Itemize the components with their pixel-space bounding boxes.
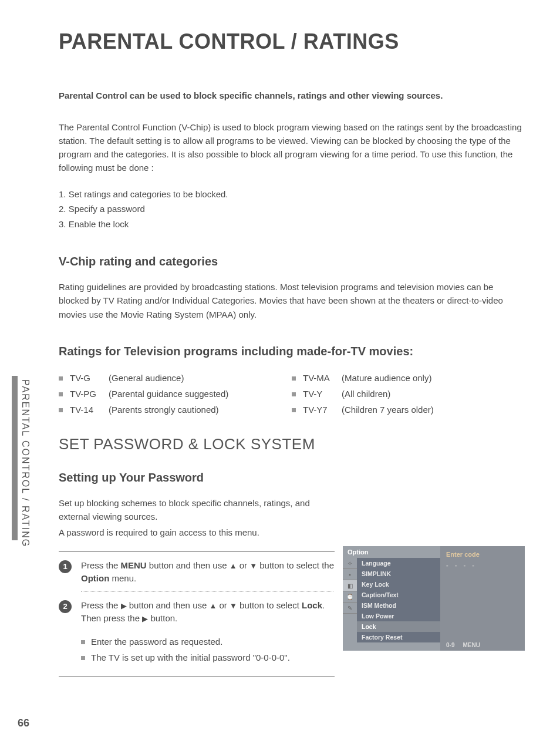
text-fragment: Press the <box>81 560 121 570</box>
rating-code: TV-14 <box>70 402 105 418</box>
osd-hint-09: 0-9 <box>446 642 454 648</box>
side-tab-edge <box>12 376 18 540</box>
side-tab-label: PARENTAL CONTROL / RATING <box>18 376 32 551</box>
instruction-step-2: 2 Press the ▶ button and then use ▲ or ▼… <box>59 599 335 625</box>
menu-button-label: MENU <box>121 560 147 570</box>
rating-desc: (General audience) <box>109 370 184 386</box>
osd-item: Language <box>357 558 440 568</box>
osd-item: Low Power <box>357 611 440 621</box>
setup-steps: 1. Set ratings and categories to be bloc… <box>59 187 525 232</box>
rating-desc: (Parents strongly cautioned) <box>109 402 219 418</box>
osd-code-dashes: - - - - <box>446 561 519 568</box>
step-3: 3. Enable the lock <box>59 217 525 232</box>
bullet-icon <box>292 376 296 381</box>
osd-tab-icon: ▪ <box>343 569 357 580</box>
bullet-icon <box>292 392 296 396</box>
text-fragment: Press the <box>81 600 121 610</box>
step-2-text: Press the ▶ button and then use ▲ or ▼ b… <box>81 599 335 625</box>
osd-footer-right: 0-9 MENU <box>446 640 519 648</box>
heading-setting-password: Setting up Your Password <box>59 471 525 484</box>
osd-item: SIMPLINK <box>357 568 440 579</box>
ratings-col-left: TV-G(General audience) TV-PG(Parental gu… <box>59 370 292 418</box>
divider <box>59 551 335 552</box>
osd-tab-icon: ✎ <box>343 603 357 614</box>
osd-icon-column: ✧ ▪ ◧ ⌚ ✎ <box>343 558 357 642</box>
up-arrow-icon: ▲ <box>230 561 237 570</box>
rating-desc: (Mature audience only) <box>342 370 431 386</box>
osd-item: Caption/Text <box>357 590 440 600</box>
bullet-icon <box>59 376 63 381</box>
step-1: 1. Set ratings and categories to be bloc… <box>59 187 525 202</box>
vchip-paragraph: Rating guidelines are provided by broadc… <box>59 280 525 321</box>
osd-item-selected: Lock <box>357 621 440 632</box>
rating-code: TV-Y7 <box>303 402 338 418</box>
text-fragment: or <box>237 560 250 570</box>
page-number: 66 <box>18 717 29 729</box>
text-fragment: menu. <box>109 573 136 583</box>
page-title: PARENTAL CONTROL / RATINGS <box>59 29 525 54</box>
rating-desc: (All children) <box>342 386 390 402</box>
step-2-notes: Enter the password as requested. The TV … <box>81 634 333 665</box>
up-arrow-icon: ▲ <box>209 601 217 610</box>
heading-tv-ratings: Ratings for Television programs includin… <box>59 345 525 358</box>
manual-page: PARENTAL CONTROL / RATING PARENTAL CONTR… <box>0 0 560 747</box>
bullet-icon <box>59 408 63 412</box>
note-item: The TV is set up with the initial passwo… <box>81 650 333 665</box>
ratings-col-right: TV-MA(Mature audience only) TV-Y(All chi… <box>292 370 525 418</box>
intro-bold: Parental Control can be used to block sp… <box>59 89 525 103</box>
lock-label: Lock <box>302 600 322 610</box>
note-item: Enter the password as requested. <box>81 634 333 650</box>
text-fragment: or <box>217 600 230 610</box>
dotted-divider <box>81 591 333 592</box>
text-fragment: button to select the <box>257 560 334 570</box>
step-2: 2. Specify a password <box>59 201 525 217</box>
step-badge-1: 1 <box>59 560 72 573</box>
osd-tab-icon: ✧ <box>343 558 357 569</box>
step-badge-2: 2 <box>59 600 72 613</box>
down-arrow-icon: ▼ <box>249 561 257 570</box>
osd-header: Option <box>343 546 440 558</box>
heading-set-password: SET PASSWORD & LOCK SYSTEM <box>59 435 525 453</box>
bullet-icon <box>81 656 85 660</box>
rating-code: TV-PG <box>70 386 105 402</box>
osd-item: Key Lock <box>357 579 440 590</box>
list-item: TV-MA(Mature audience only) <box>292 370 525 386</box>
osd-tab-icon: ◧ <box>343 580 357 591</box>
osd-enter-code-label: Enter code <box>446 551 519 558</box>
osd-hint-menu: MENU <box>463 642 480 648</box>
bullet-icon <box>59 392 63 396</box>
list-item: TV-Y7(Children 7 years older) <box>292 402 525 418</box>
osd-screenshot: Option ✧ ▪ ◧ ⌚ ✎ Language SIMPLINK Key L… <box>343 546 525 651</box>
intro-paragraph: The Parental Control Function (V-Chip) i… <box>59 120 525 175</box>
down-arrow-icon: ▼ <box>230 601 237 610</box>
right-arrow-icon: ▶ <box>121 601 127 610</box>
step-1-text: Press the MENU button and then use ▲ or … <box>81 559 335 586</box>
bullet-icon <box>292 408 296 412</box>
heading-vchip: V-Chip rating and categories <box>59 255 525 268</box>
rating-desc: (Children 7 years older) <box>342 402 434 418</box>
osd-item: ISM Method <box>357 600 440 611</box>
osd-right-panel: Enter code - - - - 0-9 MENU <box>440 546 525 651</box>
osd-tab-icon: ⌚ <box>343 591 357 603</box>
list-item: TV-G(General audience) <box>59 370 292 386</box>
osd-menu-items: Language SIMPLINK Key Lock Caption/Text … <box>357 558 440 642</box>
text-fragment: button to select <box>237 600 302 610</box>
pwd-para-2: A password is required to gain access to… <box>59 526 329 539</box>
ratings-columns: TV-G(General audience) TV-PG(Parental gu… <box>59 370 525 418</box>
text-fragment: button. <box>148 613 177 623</box>
list-item: TV-Y(All children) <box>292 386 525 402</box>
note-text: The TV is set up with the initial passwo… <box>91 650 290 665</box>
right-arrow-icon: ▶ <box>142 614 148 623</box>
rating-code: TV-G <box>70 370 105 386</box>
rating-code: TV-Y <box>303 386 338 402</box>
osd-left-panel: Option ✧ ▪ ◧ ⌚ ✎ Language SIMPLINK Key L… <box>343 546 440 651</box>
divider <box>59 676 335 677</box>
osd-item: Factory Reset <box>357 632 440 642</box>
pwd-para-1: Set up blocking schemes to block specifi… <box>59 496 329 524</box>
bullet-icon <box>81 640 85 644</box>
note-text: Enter the password as requested. <box>91 634 222 650</box>
text-fragment: button and then use <box>147 560 230 570</box>
instruction-step-1: 1 Press the MENU button and then use ▲ o… <box>59 559 335 586</box>
text-fragment: button and then use <box>127 600 210 610</box>
rating-code: TV-MA <box>303 370 338 386</box>
